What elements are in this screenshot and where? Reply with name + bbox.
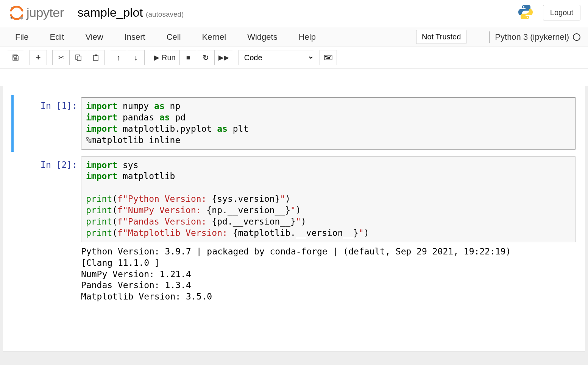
menu-kernel[interactable]: Kernel	[202, 28, 236, 46]
paste-button[interactable]	[87, 50, 104, 65]
scissors-icon: ✂	[58, 53, 64, 62]
input-prompt: In [2]:	[41, 160, 77, 170]
separator	[489, 31, 490, 43]
code-content[interactable]: import numpy as np import pandas as pd i…	[86, 101, 571, 146]
menubar: File Edit View Insert Cell Kernel Widget…	[0, 27, 588, 47]
move-down-button[interactable]: ↓	[127, 50, 145, 65]
kernel-name[interactable]: Python 3 (ipykernel)	[495, 32, 569, 42]
interrupt-button[interactable]: ■	[180, 50, 197, 65]
prompt-column: In [1]:	[7, 97, 81, 150]
code-content[interactable]: import sys import matplotlib print(f"Pyt…	[86, 160, 571, 239]
paste-icon	[92, 54, 99, 61]
header: jupyter sample_plot (autosaved) Logout	[0, 0, 588, 27]
menu-insert[interactable]: Insert	[125, 28, 155, 46]
restart-icon: ↻	[203, 53, 209, 62]
copy-icon	[75, 54, 82, 61]
jupyter-logo-text: jupyter	[27, 5, 64, 20]
arrow-down-icon: ↓	[134, 53, 138, 62]
python-logo-icon	[517, 4, 534, 22]
svg-rect-16	[329, 57, 330, 58]
jupyter-logo[interactable]: jupyter	[9, 5, 64, 20]
fast-forward-icon: ▶▶	[218, 53, 229, 62]
svg-rect-10	[328, 56, 328, 57]
output-area: Python Version: 3.9.7 | packaged by cond…	[81, 242, 576, 303]
save-icon	[12, 54, 19, 61]
cut-button[interactable]: ✂	[52, 50, 70, 65]
run-label: Run	[162, 53, 176, 62]
add-cell-button[interactable]: +	[30, 50, 47, 65]
svg-rect-5	[94, 55, 98, 61]
menu-edit[interactable]: Edit	[50, 28, 74, 46]
save-status: (autosaved)	[146, 10, 184, 19]
notebook-name[interactable]: sample_plot	[78, 6, 143, 20]
menu-view[interactable]: View	[85, 28, 113, 46]
cell-type-select[interactable]: Code	[239, 50, 314, 65]
save-button[interactable]	[7, 50, 24, 65]
svg-point-2	[11, 17, 12, 19]
trust-button[interactable]: Not Trusted	[416, 30, 466, 44]
svg-rect-11	[329, 56, 329, 57]
output-text[interactable]: Python Version: 3.9.7 | packaged by cond…	[81, 246, 576, 303]
toolbar: + ✂ ↑ ↓ ▶ Run ■ ↻ ▶▶	[0, 47, 588, 69]
restart-button[interactable]: ↻	[197, 50, 215, 65]
notebook-title[interactable]: sample_plot (autosaved)	[78, 6, 184, 20]
play-icon: ▶	[154, 53, 159, 62]
run-button[interactable]: ▶ Run	[150, 50, 180, 65]
copy-button[interactable]	[70, 50, 87, 65]
svg-rect-9	[326, 56, 327, 57]
code-cell[interactable]: In [2]: import sys import matplotlib pri…	[7, 156, 581, 303]
menu-cell[interactable]: Cell	[167, 28, 191, 46]
input-area[interactable]: import numpy as np import pandas as pd i…	[81, 97, 576, 150]
menu-widgets[interactable]: Widgets	[247, 28, 287, 46]
plus-icon: +	[36, 53, 41, 62]
logout-button[interactable]: Logout	[543, 5, 580, 20]
menu-help[interactable]: Help	[299, 28, 326, 46]
kernel-idle-icon[interactable]	[573, 33, 580, 41]
svg-rect-12	[330, 56, 331, 57]
svg-rect-15	[328, 57, 329, 58]
svg-rect-17	[326, 58, 330, 59]
svg-rect-8	[325, 56, 326, 57]
menu-file[interactable]: File	[14, 28, 38, 46]
input-area[interactable]: import sys import matplotlib print(f"Pyt…	[81, 156, 576, 242]
arrow-up-icon: ↑	[117, 53, 120, 62]
restart-run-all-button[interactable]: ▶▶	[215, 50, 233, 65]
command-palette-button[interactable]	[320, 50, 337, 65]
prompt-column: In [2]:	[7, 156, 81, 303]
svg-rect-13	[326, 57, 326, 58]
code-cell[interactable]: In [1]: import numpy as np import pandas…	[7, 97, 581, 150]
notebook-background: In [1]: import numpy as np import pandas…	[0, 86, 588, 365]
svg-rect-4	[77, 56, 81, 61]
stop-icon: ■	[186, 54, 190, 62]
input-prompt: In [1]:	[41, 101, 77, 111]
notebook-container[interactable]: In [1]: import numpy as np import pandas…	[3, 86, 585, 351]
keyboard-icon	[324, 55, 332, 60]
svg-point-1	[20, 17, 23, 19]
move-up-button[interactable]: ↑	[110, 50, 127, 65]
svg-rect-14	[327, 57, 328, 58]
svg-rect-6	[95, 55, 97, 56]
